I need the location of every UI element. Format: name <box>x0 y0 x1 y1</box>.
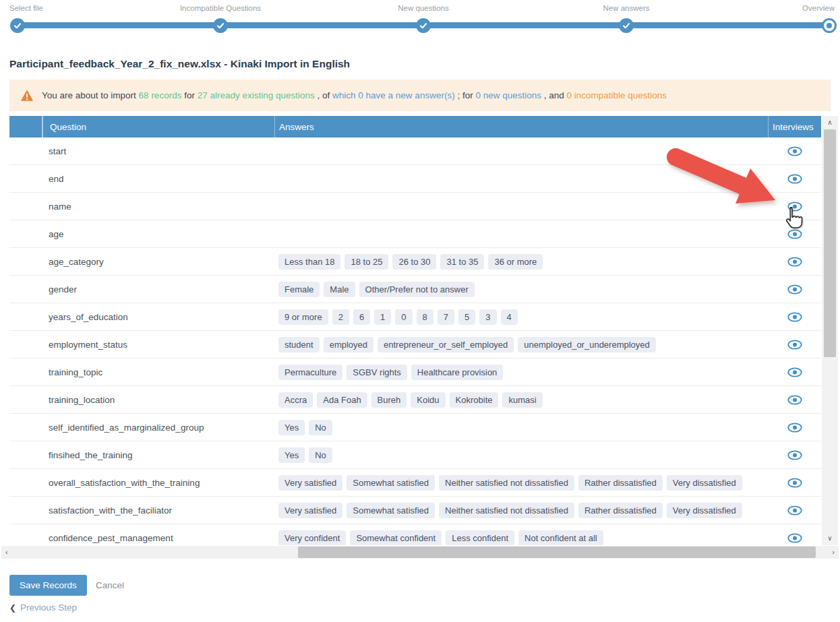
row-select-cell <box>9 331 42 358</box>
scroll-down-arrow-icon[interactable]: ∨ <box>822 533 838 544</box>
view-interviews-button[interactable] <box>787 174 802 184</box>
interviews-cell <box>768 174 821 184</box>
answer-chip: Rather dissatisfied <box>578 503 663 518</box>
answer-chip: Kokrobite <box>450 392 499 408</box>
vertical-scrollbar[interactable]: ∧ ∨ <box>822 116 838 545</box>
eye-icon <box>787 257 802 267</box>
scroll-right-arrow-icon[interactable]: › <box>832 547 835 558</box>
view-interviews-button[interactable] <box>787 201 802 212</box>
row-select-cell <box>9 441 42 468</box>
answer-chip: 6 <box>353 309 370 325</box>
answer-chip: Very dissatisfied <box>667 503 742 518</box>
banner-segment: , and <box>541 90 567 100</box>
step-dot-done[interactable] <box>10 18 25 33</box>
row-select-cell <box>9 276 42 303</box>
question-cell: age_category <box>42 257 274 267</box>
answer-chip: Less confident <box>446 530 514 546</box>
answer-chip: Healthcare provision <box>411 365 504 380</box>
table-row: overall_satisfaction_with_the_trainingVe… <box>9 469 821 497</box>
answers-cell: studentemployedentrepreneur_or_self_empl… <box>274 337 768 352</box>
view-interviews-button[interactable] <box>787 395 802 405</box>
answer-chip: Ada Foah <box>317 392 367 408</box>
eye-icon <box>787 174 802 184</box>
step-label-1: Incompatible Questions <box>180 4 261 12</box>
step-dot-current[interactable] <box>822 18 837 33</box>
view-interviews-button[interactable] <box>787 478 802 488</box>
interviews-cell <box>768 340 821 350</box>
question-cell: satisfaction_with_the_faciliator <box>42 505 274 516</box>
previous-step-label: Previous Step <box>20 602 77 613</box>
step-label-4: Overview <box>802 4 835 12</box>
scroll-left-arrow-icon[interactable]: ‹ <box>5 547 8 558</box>
horizontal-scrollbar-thumb[interactable] <box>298 547 816 558</box>
view-interviews-button[interactable] <box>787 312 802 322</box>
view-interviews-button[interactable] <box>787 340 802 350</box>
table-row: end <box>9 165 821 193</box>
import-overview-page: Select fileIncompatible QuestionsNew que… <box>0 0 840 622</box>
page-title: Participant_feedback_Year_2_fix_new.xlsx… <box>9 58 350 70</box>
view-interviews-button[interactable] <box>787 423 802 433</box>
question-cell: finsihed_the_training <box>42 450 274 460</box>
warning-triangle-icon <box>20 89 34 102</box>
row-select-cell <box>9 414 42 441</box>
table-row: confidence_pest_managementVery confident… <box>9 524 821 545</box>
table-row: training_topicPermacultureSGBV rightsHea… <box>9 359 821 386</box>
interviews-cell <box>768 505 821 516</box>
view-interviews-button[interactable] <box>787 505 802 516</box>
row-select-cell <box>9 165 42 192</box>
answer-chip: 4 <box>501 309 518 325</box>
eye-icon <box>787 395 802 405</box>
import-summary-banner: You are about to import 68 records for 2… <box>9 80 831 111</box>
row-select-cell <box>9 193 42 220</box>
save-records-button[interactable]: Save Records <box>9 575 87 596</box>
row-select-cell <box>9 248 42 275</box>
interviews-cell <box>768 312 821 322</box>
interviews-cell <box>768 201 821 212</box>
answers-cell: Very satisfiedSomewhat satisfiedNeither … <box>274 475 768 491</box>
horizontal-scrollbar[interactable]: ‹ › <box>1 546 839 559</box>
interviews-cell <box>768 423 821 433</box>
eye-icon <box>787 229 802 239</box>
view-interviews-button[interactable] <box>787 146 802 156</box>
banner-segment: for <box>181 90 197 100</box>
answer-chip: kumasi <box>502 392 542 408</box>
view-interviews-button[interactable] <box>787 533 802 543</box>
view-interviews-button[interactable] <box>787 284 802 294</box>
step-dot-done[interactable] <box>619 18 634 33</box>
table-row: satisfaction_with_the_faciliatorVery sat… <box>9 497 821 524</box>
interviews-cell <box>768 450 821 460</box>
view-interviews-button[interactable] <box>787 450 802 460</box>
previous-step-link[interactable]: ❮ Previous Step <box>9 602 77 613</box>
vertical-scrollbar-thumb[interactable] <box>824 129 836 357</box>
answer-chip: employed <box>324 337 373 352</box>
answer-chip: Somewhat satisfied <box>347 475 435 491</box>
step-dot-done[interactable] <box>416 18 431 33</box>
question-cell: employment_status <box>42 340 274 350</box>
answer-chip: Not confident at all <box>518 530 603 546</box>
scroll-up-arrow-icon[interactable]: ∧ <box>822 117 838 128</box>
cancel-link[interactable]: Cancel <box>96 580 124 590</box>
table-row: start <box>9 137 821 165</box>
view-interviews-button[interactable] <box>787 257 802 267</box>
step-check-icon <box>621 20 632 31</box>
question-cell: name <box>42 201 274 212</box>
row-select-cell <box>9 469 42 496</box>
answer-chip: Less than 18 <box>278 254 340 270</box>
banner-segment: 68 records <box>139 90 182 100</box>
view-interviews-button[interactable] <box>787 229 802 239</box>
view-interviews-button[interactable] <box>787 367 802 377</box>
table-row: years_of_education9 or more261087534 <box>9 303 821 331</box>
question-cell: gender <box>42 284 274 294</box>
answer-chip: 36 or more <box>488 254 543 270</box>
step-dot-done[interactable] <box>213 18 228 33</box>
question-cell: self_identified_as_marginalized_group <box>42 423 274 433</box>
answer-chip: 7 <box>438 309 454 325</box>
answer-chip: Very dissatisfied <box>667 475 742 491</box>
eye-icon <box>787 312 802 322</box>
question-cell: overall_satisfaction_with_the_training <box>42 478 274 488</box>
interviews-cell <box>768 367 821 377</box>
banner-segment: ; for <box>455 90 476 100</box>
answer-chip: unemployed_or_underemployed <box>518 337 655 352</box>
eye-icon <box>787 340 802 350</box>
wizard-stepper: Select fileIncompatible QuestionsNew que… <box>0 0 840 43</box>
